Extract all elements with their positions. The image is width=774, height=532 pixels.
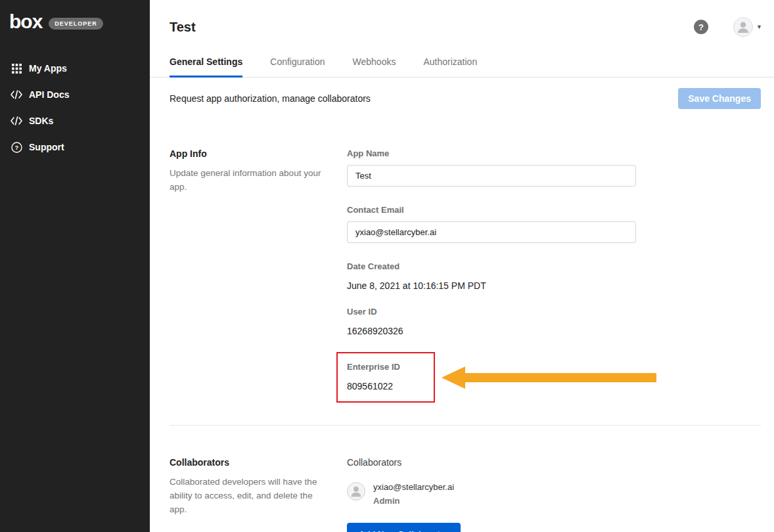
section-divider — [170, 425, 761, 426]
collaborator-email: yxiao@stellarcyber.ai — [373, 482, 454, 492]
contact-email-field-group: Contact Email — [347, 205, 761, 243]
collaborators-section: Collaborators Collaborated developers wi… — [150, 457, 774, 532]
sidebar: box DEVELOPER My Apps API Docs SDKs ? Su — [0, 0, 150, 532]
date-created-label: Date Created — [347, 261, 761, 271]
add-new-collaborator-button[interactable]: Add New Collaborator — [347, 523, 461, 532]
collaborator-row: yxiao@stellarcyber.ai Admin — [347, 482, 761, 506]
tab-general-settings[interactable]: General Settings — [170, 56, 242, 78]
box-logo: box — [9, 12, 42, 32]
collaborators-list: Collaborators yxiao@stellarcyber.ai Admi… — [347, 457, 761, 532]
toolbar-description: Request app authorization, manage collab… — [170, 93, 371, 104]
app-info-form: App Name Contact Email Date Created June… — [347, 148, 761, 403]
app-name-field-group: App Name — [347, 148, 761, 187]
user-id-field: User ID 16268920326 — [347, 307, 761, 336]
svg-text:?: ? — [14, 144, 18, 151]
collaborators-left: Collaborators Collaborated developers wi… — [170, 457, 347, 532]
chevron-down-icon[interactable]: ▼ — [756, 24, 762, 30]
sidebar-item-label: My Apps — [29, 63, 67, 74]
date-created-value: June 8, 2021 at 10:16:15 PM PDT — [347, 280, 761, 291]
sidebar-item-label: SDKs — [29, 116, 53, 126]
user-id-value: 16268920326 — [347, 326, 761, 336]
tab-configuration[interactable]: Configuration — [270, 56, 325, 78]
sidebar-item-api-docs[interactable]: API Docs — [0, 81, 150, 108]
save-changes-button[interactable]: Save Changes — [678, 88, 761, 109]
app-info-left: App Info Update general information abou… — [170, 148, 347, 403]
app-name-label: App Name — [347, 148, 761, 158]
collaborator-role: Admin — [373, 496, 454, 506]
app-info-section: App Info Update general information abou… — [150, 148, 774, 403]
sidebar-item-sdks[interactable]: SDKs — [0, 108, 150, 134]
logo-row: box DEVELOPER — [0, 0, 150, 38]
tab-bar: General Settings Configuration Webhooks … — [150, 56, 774, 78]
question-icon: ? — [11, 141, 22, 153]
code-icon — [11, 89, 22, 100]
sidebar-item-label: Support — [29, 142, 64, 152]
user-avatar[interactable] — [733, 17, 753, 37]
contact-email-label: Contact Email — [347, 205, 761, 215]
collaborator-info: yxiao@stellarcyber.ai Admin — [373, 482, 454, 506]
help-icon[interactable]: ? — [694, 20, 708, 34]
sidebar-item-my-apps[interactable]: My Apps — [0, 55, 150, 81]
tab-webhooks[interactable]: Webhooks — [353, 56, 396, 78]
enterprise-id-label: Enterprise ID — [347, 362, 424, 372]
enterprise-id-value: 809561022 — [347, 381, 424, 391]
sidebar-nav: My Apps API Docs SDKs ? Support — [0, 55, 150, 160]
toolbar: Request app authorization, manage collab… — [150, 78, 774, 120]
topbar-actions: ? ▼ — [694, 17, 762, 37]
section-title: Collaborators — [170, 457, 324, 468]
annotation-arrow-icon — [442, 365, 656, 391]
contact-email-input[interactable] — [347, 221, 636, 243]
topbar: Test ? ▼ — [150, 0, 774, 37]
tab-authorization[interactable]: Authorization — [423, 56, 477, 78]
section-description: Collaborated developers will have the ab… — [170, 476, 324, 517]
collaborators-list-title: Collaborators — [347, 457, 761, 468]
date-created-field: Date Created June 8, 2021 at 10:16:15 PM… — [347, 261, 761, 291]
grid-icon — [11, 62, 22, 74]
developer-badge: DEVELOPER — [49, 18, 103, 30]
main-content: Test ? ▼ General Settings Configuration … — [150, 0, 774, 532]
enterprise-id-highlight-box: Enterprise ID 809561022 — [336, 352, 435, 403]
code-icon — [11, 115, 22, 127]
user-id-label: User ID — [347, 307, 761, 317]
collaborator-avatar — [347, 482, 365, 500]
sidebar-item-support[interactable]: ? Support — [0, 134, 150, 160]
app-name-input[interactable] — [347, 165, 636, 187]
sidebar-item-label: API Docs — [29, 89, 69, 100]
section-title: App Info — [170, 148, 324, 159]
section-description: Update general information about your ap… — [170, 167, 324, 194]
page-title: Test — [170, 20, 196, 35]
